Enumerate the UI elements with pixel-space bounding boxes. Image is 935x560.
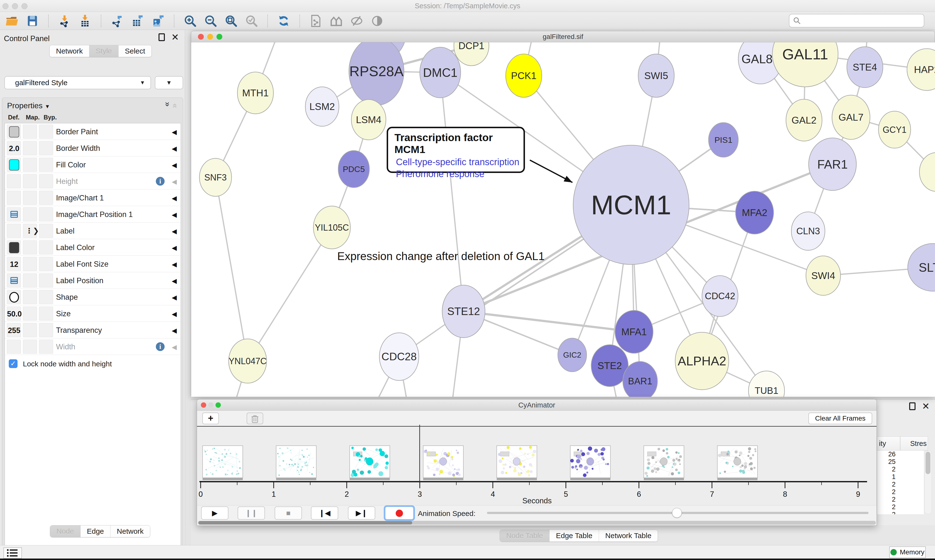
tab-edge-table[interactable]: Edge Table (549, 530, 599, 542)
property-cell[interactable] (23, 323, 37, 337)
tab-node[interactable]: Node (50, 525, 80, 537)
style-selector[interactable]: galFiltered Style ▼ (5, 76, 151, 89)
property-row-border-width[interactable]: 2.0Border Width◀ (5, 140, 181, 157)
skip-to-end-button[interactable]: ▶❙ (348, 506, 375, 520)
property-cell[interactable] (23, 290, 37, 304)
network-node-BAR1[interactable]: BAR1 (623, 362, 657, 397)
network-node-YIL105C[interactable]: YIL105C (313, 206, 350, 249)
network-node-GIC2[interactable]: GIC2 (558, 338, 586, 372)
tab-select[interactable]: Select (119, 45, 151, 57)
table-cell[interactable]: 2 (877, 488, 924, 496)
close-table-panel-icon[interactable]: ✕ (922, 402, 930, 410)
network-node-PCK1[interactable]: PCK1 (506, 54, 542, 97)
network-node-FAR1[interactable]: FAR1 (808, 138, 856, 191)
network-node-GAL11[interactable]: GAL11 (772, 42, 838, 87)
property-cell[interactable]: 255 (7, 323, 21, 337)
property-cell[interactable] (39, 323, 53, 337)
tab-style[interactable]: Style (89, 45, 119, 57)
property-row-label-font-size[interactable]: 12Label Font Size◀ (5, 256, 181, 272)
expand-row-icon[interactable]: ◀ (172, 194, 177, 202)
style-options-button[interactable]: ▼ (155, 76, 183, 89)
property-cell[interactable]: ⋮❯ (23, 224, 37, 238)
property-cell[interactable] (7, 174, 21, 188)
network-node-DMC1[interactable]: DMC1 (420, 47, 461, 98)
table-cell[interactable]: 2 (877, 503, 924, 511)
property-cell[interactable] (23, 306, 37, 321)
play-button[interactable]: ▶ (201, 506, 228, 520)
property-cell[interactable] (39, 306, 53, 321)
float-table-panel-icon[interactable] (909, 402, 915, 410)
close-panel-icon[interactable]: ✕ (171, 33, 179, 41)
color-swatch[interactable] (9, 126, 19, 137)
zoom-selected-icon[interactable] (245, 14, 258, 28)
property-cell[interactable] (23, 141, 37, 155)
expand-row-icon[interactable]: ◀ (172, 161, 177, 169)
zoom-window-icon[interactable] (216, 402, 221, 408)
network-node-SWI4[interactable]: SWI4 (806, 256, 841, 295)
network-node-ALPHA2[interactable]: ALPHA2 (675, 332, 729, 390)
property-cell[interactable] (39, 224, 53, 238)
table-cell[interactable]: 1 (877, 473, 924, 481)
window-zoom-icon[interactable] (22, 3, 28, 9)
network-node-CDC42[interactable]: CDC42 (702, 275, 738, 317)
zoom-out-icon[interactable] (204, 14, 217, 28)
network-canvas[interactable]: DCP1RPS28ADMC1PCK1SWI5GAL80GAL11STE4HAP2… (191, 42, 935, 397)
expand-row-icon[interactable]: ◀ (172, 145, 177, 152)
network-node-YNL047C[interactable]: YNL047C (228, 339, 267, 383)
property-row-border-paint[interactable]: Border Paint◀ (5, 123, 181, 140)
record-button[interactable] (385, 506, 414, 520)
annotation-link[interactable]: Pheromone response (395, 169, 521, 179)
property-cell[interactable] (23, 340, 37, 354)
property-cell[interactable] (7, 290, 21, 304)
animation-speed-slider[interactable] (487, 512, 869, 514)
property-cell[interactable] (7, 125, 21, 138)
expand-row-icon[interactable]: ◀ (172, 277, 177, 285)
property-row-label-position[interactable]: Label Position◀ (5, 272, 181, 289)
collapse-all-icon[interactable]: » (169, 102, 179, 108)
color-swatch[interactable] (9, 159, 19, 171)
expand-row-icon[interactable]: ◀ (172, 294, 177, 302)
stop-button[interactable]: ■ (275, 506, 302, 520)
table-cell[interactable]: 2 (877, 511, 924, 514)
expand-row-icon[interactable]: ◀ (172, 343, 177, 351)
network-node-MFA2[interactable]: MFA2 (736, 191, 774, 234)
tab-network[interactable]: Network (50, 45, 89, 57)
property-cell[interactable] (23, 207, 37, 222)
property-cell[interactable] (23, 174, 37, 188)
property-cell[interactable] (39, 257, 53, 271)
expand-row-icon[interactable]: ◀ (172, 244, 177, 252)
network-snapshot-icon[interactable] (309, 14, 322, 28)
hide-graphics-details-icon[interactable] (350, 14, 363, 28)
expand-row-icon[interactable]: ◀ (172, 327, 177, 334)
import-table-icon[interactable] (79, 14, 91, 28)
close-window-icon[interactable] (198, 34, 204, 40)
network-node-SNF3[interactable]: SNF3 (199, 158, 231, 196)
property-cell[interactable] (23, 191, 37, 205)
tab-edge[interactable]: Edge (80, 525, 111, 537)
add-frame-button[interactable]: + (202, 412, 219, 424)
lock-size-checkbox[interactable]: ✓ (9, 359, 17, 368)
table-column-stress[interactable]: Stres (910, 440, 927, 448)
network-node-CLN3[interactable]: CLN3 (792, 212, 825, 250)
network-node-MCM1[interactable]: MCM1 (573, 145, 689, 265)
property-row-label-color[interactable]: Label Color◀ (5, 239, 181, 256)
network-node-TUB1[interactable]: TUB1 (748, 371, 785, 397)
refresh-view-icon[interactable] (277, 14, 290, 28)
tab-node-table[interactable]: Node Table (500, 530, 549, 542)
zoom-fit-icon[interactable] (224, 14, 238, 28)
memory-button[interactable]: Memory (889, 546, 926, 558)
property-row-shape[interactable]: Shape◀ (5, 289, 181, 305)
network-node-clipped[interactable] (920, 152, 935, 191)
color-swatch[interactable] (9, 242, 19, 253)
zoom-window-icon[interactable] (216, 34, 222, 40)
network-node-PDC5[interactable]: PDC5 (338, 151, 369, 188)
property-cell[interactable] (39, 340, 53, 354)
pause-button[interactable]: ❙❙ (238, 506, 265, 520)
expand-row-icon[interactable]: ◀ (172, 260, 177, 268)
network-node-LSM4[interactable]: LSM4 (351, 100, 386, 140)
table-cell[interactable]: 25 (877, 458, 924, 466)
table-cell[interactable]: 2 (877, 481, 924, 488)
expand-row-icon[interactable]: ◀ (172, 178, 177, 186)
property-cell[interactable] (7, 207, 21, 222)
network-node-SWI5[interactable]: SWI5 (638, 54, 674, 97)
